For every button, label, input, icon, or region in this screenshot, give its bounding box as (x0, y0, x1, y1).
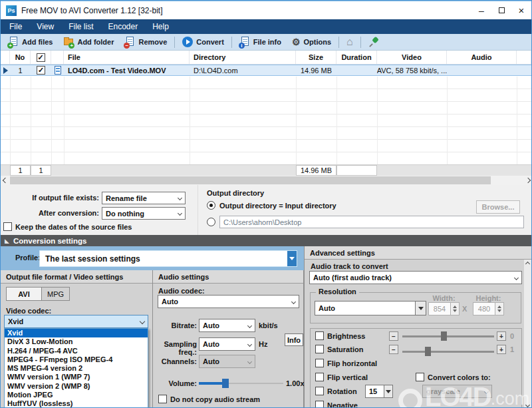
menu-view[interactable]: View (29, 19, 61, 34)
video-file-icon (55, 66, 61, 75)
brightness-slider-thumb[interactable] (441, 331, 447, 341)
negative-option[interactable]: Negative (315, 401, 358, 408)
codec-option-msmpeg4[interactable]: MS MPEG-4 version 2 (5, 364, 148, 373)
brightness-option[interactable]: Brightness (315, 331, 365, 340)
minimize-button[interactable]: – (471, 3, 491, 18)
custom-directory-input[interactable]: C:\Users\ahorn\Desktop (219, 216, 524, 228)
no-copy-audio-option[interactable]: Do not copy audio stream (158, 395, 260, 403)
column-video[interactable]: Video (377, 51, 447, 64)
add-files-button[interactable]: + Add files (3, 35, 58, 49)
toolbar-separator (360, 37, 361, 48)
convert-button[interactable]: Convert (177, 35, 229, 49)
spinner-arrows-icon[interactable] (495, 302, 504, 315)
pin-button[interactable] (363, 35, 384, 49)
brightness-checkbox[interactable] (315, 331, 324, 340)
menu-file[interactable]: File (2, 19, 29, 34)
remove-button[interactable]: − Remove (119, 35, 172, 49)
saturation-minus-button[interactable]: − (389, 345, 398, 354)
add-folder-button[interactable]: + Add folder (58, 35, 119, 49)
codec-option-wmv2[interactable]: WMV version 2 (WMP 8) (5, 382, 148, 391)
resolution-dropdown-button[interactable] (415, 302, 426, 315)
spinner-arrows-icon[interactable] (451, 302, 460, 315)
menu-help[interactable]: Help (145, 19, 176, 34)
options-button[interactable]: ⚙ Options (287, 35, 336, 49)
table-row[interactable]: 1 ✓ LO4D.com - Test Video.MOV D:\LO4D.co… (1, 65, 531, 76)
column-file[interactable]: File (64, 51, 190, 64)
sampling-select[interactable]: Auto (199, 337, 255, 351)
codec-option-divx3[interactable]: DivX 3 Low-Motion (5, 337, 148, 346)
profile-dropdown-button[interactable] (287, 251, 297, 266)
bitrate-select[interactable]: Auto (199, 319, 255, 332)
negative-checkbox[interactable] (315, 401, 324, 408)
rotation-select[interactable]: 15 (365, 385, 393, 398)
horizontal-scrollbar-thumb[interactable] (10, 176, 491, 184)
keep-dates-option[interactable]: Keep the dates of the source files (3, 222, 132, 231)
window-title: Free MOV to AVI Converter 1.12 [32-bit] (21, 6, 163, 15)
summary-duration (336, 165, 377, 176)
file-info-button[interactable]: i File info (234, 35, 287, 49)
scroll-left-button[interactable] (1, 176, 10, 185)
volume-slider-thumb[interactable] (222, 379, 229, 388)
custom-directory-option[interactable]: C:\Users\ahorn\Desktop (207, 216, 524, 228)
tab-mpg[interactable]: MPG (42, 287, 70, 301)
browse-button[interactable]: Browse... (476, 200, 520, 214)
codec-option-h264[interactable]: H.264 / MPEG-4 AVC (5, 347, 148, 355)
brightness-minus-button[interactable]: − (389, 331, 398, 341)
menu-file-list[interactable]: File list (61, 19, 100, 34)
custom-directory-radio[interactable] (207, 218, 215, 226)
convert-colors-checkbox[interactable] (416, 373, 424, 381)
codec-option-huffyuv[interactable]: HuffYUV (lossless) (5, 399, 148, 408)
menu-encoder[interactable]: Encoder (100, 19, 145, 34)
close-button[interactable]: × (511, 3, 531, 18)
saturation-option[interactable]: Saturation (315, 345, 363, 353)
rotation-option[interactable]: Rotation (315, 387, 357, 395)
flip-horizontal-checkbox[interactable] (315, 359, 324, 367)
info-button[interactable]: Info (285, 333, 303, 346)
scroll-right-button[interactable] (523, 176, 532, 185)
row-no: 1 (10, 65, 31, 75)
rotation-dropdown-button[interactable] (384, 385, 392, 397)
scroll-down-button[interactable] (523, 401, 531, 408)
horizontal-scrollbar[interactable] (1, 176, 531, 185)
video-codec-select[interactable]: Xvid (4, 315, 148, 328)
audio-codec-select[interactable]: Auto (158, 295, 299, 308)
tab-avi[interactable]: AVI (6, 287, 42, 301)
saturation-checkbox[interactable] (315, 345, 324, 353)
after-conversion-select[interactable]: Do nothing (102, 207, 186, 220)
rotation-checkbox[interactable] (315, 387, 324, 395)
column-directory[interactable]: Directory (190, 51, 296, 64)
same-directory-radio[interactable] (207, 201, 215, 210)
conversion-settings-bar[interactable]: ◣ Conversion settings (1, 235, 531, 246)
saturation-slider-track[interactable] (402, 351, 494, 353)
exists-select[interactable]: Rename file (102, 192, 186, 204)
flip-horizontal-option[interactable]: Flip horizontal (315, 359, 377, 367)
maximize-button[interactable] (491, 3, 511, 18)
column-no[interactable]: No (10, 51, 31, 64)
same-directory-option[interactable]: Output directory = Input directory (207, 201, 336, 210)
brightness-slider-track[interactable] (402, 335, 494, 337)
home-button[interactable]: ⌂ (341, 35, 358, 49)
column-size[interactable]: Size (296, 51, 336, 64)
brightness-plus-button[interactable]: + (497, 331, 506, 341)
column-duration[interactable]: Duration (336, 51, 377, 64)
convert-colors-option[interactable]: Convert colors to: (416, 373, 491, 381)
profile-select[interactable]: The last session settings (39, 250, 297, 267)
keep-dates-checkbox[interactable] (3, 222, 12, 231)
codec-option-mpeg4-ffmpeg[interactable]: MPEG4 - FFmpeg ISO MPEG-4 (5, 355, 148, 364)
saturation-slider-thumb[interactable] (425, 347, 431, 356)
flip-vertical-option[interactable]: Flip vertical (315, 373, 368, 381)
resolution-select[interactable]: Auto (315, 301, 426, 315)
audio-track-select[interactable]: Auto (first audio track) (309, 271, 522, 284)
vertical-scrollbar[interactable] (524, 260, 532, 408)
scroll-up-button[interactable] (523, 260, 531, 268)
flip-vertical-checkbox[interactable] (315, 373, 324, 381)
codec-option-xvid[interactable]: Xvid (5, 329, 148, 337)
volume-empty-track[interactable] (229, 383, 283, 384)
row-checkbox[interactable]: ✓ (37, 66, 45, 75)
saturation-plus-button[interactable]: + (497, 345, 506, 354)
codec-option-mjpeg[interactable]: Motion JPEG (5, 391, 148, 399)
no-copy-audio-checkbox[interactable] (158, 395, 167, 403)
column-audio[interactable]: Audio (447, 51, 517, 64)
select-all-checkbox[interactable]: ✓ (37, 53, 45, 62)
codec-option-wmv1[interactable]: WMV version 1 (WMP 7) (5, 373, 148, 381)
